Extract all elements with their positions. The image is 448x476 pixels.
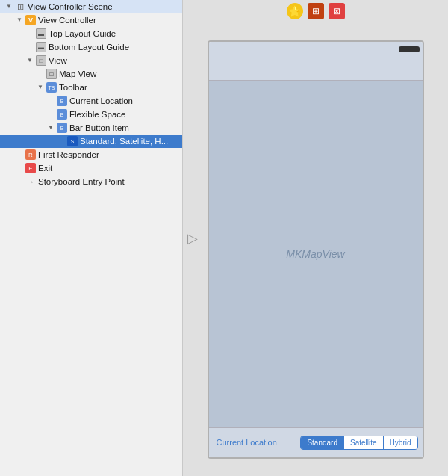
mapview-label: Map View	[59, 69, 96, 78]
triangle-exit	[16, 164, 24, 172]
entry-label: Storyboard Entry Point	[38, 177, 125, 186]
bottom-layout-icon: ▬	[36, 42, 46, 52]
triangle-scene	[6, 3, 13, 10]
scene-tree: ⊞ View Controller Scene V View Controlle…	[0, 0, 183, 476]
triangle-responder	[16, 151, 24, 158]
scene-label: View Controller Scene	[28, 2, 113, 11]
current-location-button[interactable]: Current Location	[214, 438, 280, 447]
canvas-area: ⭐ ⊞ ⊠ ▷ MKMapView Current Location Stand…	[183, 0, 448, 476]
tree-flexible-space[interactable]: B Flexible Space	[0, 108, 182, 121]
triangle-current-loc	[48, 97, 55, 105]
triangle-vc	[16, 16, 24, 24]
bar-button-label: Bar Button Item	[69, 123, 129, 132]
segment-satellite[interactable]: Satellite	[344, 436, 384, 449]
tree-bottom-layout[interactable]: ▬ Bottom Layout Guide	[0, 40, 182, 54]
triangle-seg	[58, 137, 66, 145]
segment-label: Standard, Satellite, H...	[80, 137, 168, 146]
iphone-bottom-toolbar: Current Location Standard Satellite Hybr…	[209, 427, 423, 457]
tree-scene-root[interactable]: ⊞ View Controller Scene	[0, 0, 182, 13]
map-type-segment[interactable]: Standard Satellite Hybrid	[300, 436, 417, 450]
tree-current-location[interactable]: B Current Location	[0, 94, 182, 108]
tree-standard-satellite[interactable]: S Standard, Satellite, H...	[0, 135, 182, 148]
tree-view-controller[interactable]: V View Controller	[0, 13, 182, 27]
segment-hybrid[interactable]: Hybrid	[384, 436, 417, 449]
exit-square-icon[interactable]: ⊠	[329, 3, 345, 19]
top-layout-label: Top Layout Guide	[49, 29, 116, 38]
tree-toolbar[interactable]: TB Toolbar	[0, 81, 182, 94]
entry-icon: →	[25, 176, 36, 187]
iphone-toolbar	[209, 57, 423, 81]
triangle-bar-btn	[48, 124, 55, 132]
triangle-bottom-layout	[27, 43, 34, 51]
triangle-entry	[16, 178, 24, 185]
responder-label: First Responder	[38, 150, 99, 159]
exit-label: Exit	[38, 164, 52, 173]
tree-top-layout[interactable]: ▬ Top Layout Guide	[0, 27, 182, 40]
mapview-icon: □	[46, 69, 57, 79]
view-label: View	[49, 56, 67, 65]
flexible-space-label: Flexible Space	[69, 110, 125, 119]
triangle-toolbar	[37, 84, 45, 91]
toolbar-icon: TB	[46, 82, 57, 93]
star-icon[interactable]: ⭐	[287, 3, 303, 19]
bottom-layout-label: Bottom Layout Guide	[49, 43, 129, 52]
tree-view[interactable]: □ View	[0, 54, 182, 67]
bar-button-icon: B	[57, 123, 67, 133]
responder-icon: R	[25, 149, 36, 160]
flexible-space-icon: B	[57, 109, 67, 120]
iphone-map-area: MKMapView	[209, 81, 423, 427]
tree-mapview[interactable]: □ Map View	[0, 67, 182, 81]
vc-icon: V	[25, 15, 36, 25]
tree-exit[interactable]: E Exit	[0, 161, 182, 175]
segment-standard[interactable]: Standard	[301, 436, 344, 449]
storyboard-arrow: ▷	[187, 230, 198, 247]
box-icon[interactable]: ⊞	[308, 3, 324, 19]
toolbar-label: Toolbar	[59, 83, 87, 92]
tree-first-responder[interactable]: R First Responder	[0, 148, 182, 161]
iphone-canvas: MKMapView Current Location Standard Sate…	[208, 40, 424, 459]
mapview-class-label: MKMapView	[286, 248, 344, 260]
iphone-camera	[399, 46, 420, 52]
iphone-status-bar	[209, 42, 423, 57]
tree-storyboard-entry[interactable]: → Storyboard Entry Point	[0, 175, 182, 188]
exit-icon: E	[25, 163, 36, 173]
current-location-icon: B	[57, 96, 67, 106]
view-icon: □	[36, 55, 46, 66]
tree-bar-button-item[interactable]: B Bar Button Item	[0, 121, 182, 135]
triangle-view	[27, 57, 34, 64]
top-layout-icon: ▬	[36, 28, 46, 39]
top-icon-bar: ⭐ ⊞ ⊠	[287, 3, 345, 19]
scene-icon: ⊞	[15, 1, 25, 12]
triangle-flex-space	[48, 111, 55, 118]
triangle-top-layout	[27, 30, 34, 37]
current-location-label: Current Location	[69, 96, 133, 105]
triangle-mapview	[37, 70, 45, 78]
vc-label: View Controller	[38, 16, 96, 25]
segment-icon: S	[67, 136, 78, 146]
